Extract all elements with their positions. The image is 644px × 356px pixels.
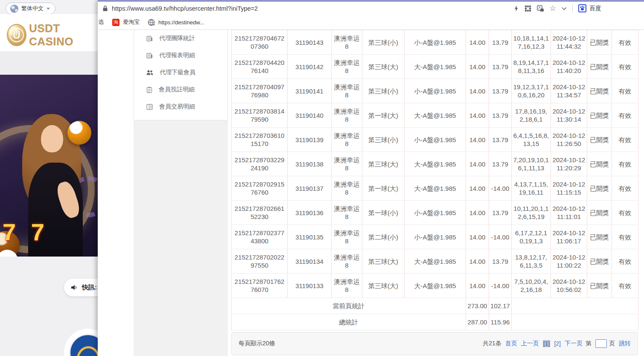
cell-game: 澳洲幸运8 (332, 128, 362, 152)
page-1-current[interactable]: [1] (543, 340, 551, 347)
cell-order-id: 2152172870291576760 (232, 176, 288, 201)
sidebar-item-label: 會員交易明細 (159, 103, 195, 111)
cell-amount: 14.00 (466, 55, 489, 79)
address-bar-url[interactable]: https://www.usa69.tv/hhcp/usercenter.htm… (112, 5, 258, 12)
address-bar: https://www.usa69.tv/hhcp/usercenter.htm… (98, 2, 644, 15)
cell-amount: 14.00 (466, 201, 489, 225)
flash-icon[interactable] (513, 5, 519, 12)
usercenter-page: 代理團隊統計 代理報表明細 (98, 30, 644, 356)
cell-time: 2024-10-12 11:00:22 (551, 249, 587, 274)
taobao-icon[interactable]: 淘 (112, 19, 119, 26)
summary-winloss: 115.96 (489, 314, 512, 330)
cell-validity: 有效 (612, 249, 638, 274)
table-row: 215217287040977698031190141澳洲幸运8第三球(小)小-… (232, 79, 638, 103)
cell-status: 已開獎 (587, 103, 612, 128)
cell-order-id: 2152172870202297550 (232, 249, 288, 274)
sidebar-item-agent-report-detail[interactable]: 代理報表明細 (134, 47, 227, 64)
cell-win-loss: 13.79 (489, 249, 512, 274)
summary-amount: 287.00 (466, 314, 489, 330)
sidebar-item-agent-sub-members[interactable]: 代理下級會員 (134, 64, 227, 81)
list-icon (146, 104, 153, 110)
cell-validity: 有效 (612, 128, 638, 152)
table-row: 215217287017627607031190133澳洲幸运8第三球(大)大-… (232, 274, 638, 298)
news-label: 快訊: (82, 283, 97, 292)
cell-validity: 有效 (612, 201, 638, 225)
cell-amount: 14.00 (466, 249, 489, 274)
cell-draw-numbers: 6,17,2,12,10,19,1,3 (512, 225, 551, 249)
cell-time: 2024-10-12 11:06:17 (551, 225, 587, 249)
cell-draw-numbers: 4,13,7,1,15,19,16,11 (512, 176, 551, 201)
language-selector[interactable]: 繁体中文 (6, 3, 55, 15)
page-jump-input[interactable] (595, 339, 607, 348)
cell-play-type: 第三球(大) (362, 55, 405, 79)
sidebar-item-member-transaction-detail[interactable]: 會員交易明細 (134, 98, 227, 115)
cell-order-id: 2152172870467207360 (232, 30, 288, 55)
cell-amount: 14.00 (466, 225, 489, 249)
cell-win-loss: 13.79 (489, 30, 512, 55)
cell-time: 2024-10-12 11:20:29 (551, 152, 587, 176)
cell-win-loss: 13.79 (489, 128, 512, 152)
cell-amount: 14.00 (466, 152, 489, 176)
next-page-link[interactable]: 下一页 (565, 340, 583, 347)
cell-play-type: 第一球(大) (362, 103, 405, 128)
casino-site-background: 繁体中文 U USDT CASINO 15 7 7 (0, 0, 98, 356)
slot-sevens-graphic: 7 7 (3, 218, 49, 246)
cell-period: 31190133 (288, 274, 332, 298)
usdt-casino-logo-icon: U (7, 24, 26, 46)
jump-button[interactable]: 跳转 (619, 340, 631, 347)
cell-order-id: 2152172870322924190 (232, 152, 288, 176)
cell-play-type: 第三球(小) (362, 30, 405, 55)
pagination-controls: 共21条 首页 上一页 [1] [2] 下一页 第 页 跳转 (483, 339, 631, 348)
cell-status: 已開獎 (587, 225, 612, 249)
cell-amount: 14.00 (466, 30, 489, 55)
casino-logo-band: U USDT CASINO (0, 14, 98, 51)
translate-icon[interactable] (537, 5, 544, 12)
cell-period: 31190136 (288, 201, 332, 225)
cell-order-id: 2152172870361015170 (232, 128, 288, 152)
cell-time: 2024-10-12 11:11:01 (551, 201, 587, 225)
first-page-link[interactable]: 首页 (505, 340, 517, 347)
address-bar-actions: ☆ 百度 (513, 2, 601, 15)
cell-game: 澳洲幸运8 (332, 55, 362, 79)
summary-empty (512, 298, 638, 314)
cell-period: 31190142 (288, 55, 332, 79)
cell-bet-content: 小-A盤@1.985 (405, 30, 466, 55)
summary-winloss: 102.17 (489, 298, 512, 314)
cell-order-id: 2152172870266152230 (232, 201, 288, 225)
prev-page-link[interactable]: 上一页 (521, 340, 539, 347)
news-ticker-pill[interactable]: 快訊: (64, 279, 98, 296)
cell-bet-content: 大-A盤@1.985 (405, 103, 466, 128)
toolbar-separator (572, 5, 573, 12)
summary-amount: 273.00 (466, 298, 489, 314)
logo-letter: U (9, 28, 24, 42)
cell-validity: 有效 (612, 30, 638, 55)
globe-bookmark-icon[interactable] (148, 19, 155, 26)
bookmark-item-link[interactable]: https://destinedw... (158, 19, 204, 26)
table-row: 215217287038147959031190140澳洲幸运8第一球(大)大-… (232, 103, 638, 128)
sidebar-item-member-bet-detail[interactable]: 會員投註明細 (134, 81, 227, 98)
cell-amount: 14.00 (466, 103, 489, 128)
cell-amount: 14.00 (466, 79, 489, 103)
table-row: 215217287020229755031190134澳洲幸运8第三球(大)大-… (232, 249, 638, 274)
bookmarks-bar: 选 淘 爱淘宝 https://destinedw... (98, 15, 644, 30)
bookmark-star-icon[interactable]: ☆ (550, 4, 556, 13)
cell-draw-numbers: 19,12,3,17,10,6,16,20 (512, 79, 551, 103)
bookmark-item-partial[interactable]: 选 (98, 18, 104, 26)
cell-status: 已開獎 (587, 152, 612, 176)
chevron-down-icon[interactable] (562, 7, 567, 10)
baidu-icon[interactable] (578, 4, 586, 12)
bet-records-table-wrap: 215217287046720736031190143澳洲幸运8第三球(小)小-… (231, 30, 639, 330)
cell-bet-content: 小-A盤@1.985 (405, 79, 466, 103)
sidebar-item-label: 代理團隊統計 (159, 35, 195, 42)
table-row: 215217287036101517031190139澳洲幸运8第三球(小)小-… (232, 128, 638, 152)
cell-status: 已開獎 (587, 128, 612, 152)
total-count-label: 共21条 (483, 340, 501, 347)
cell-period: 31190138 (288, 152, 332, 176)
bookmark-item-taobao[interactable]: 爱淘宝 (123, 18, 140, 26)
page-2-link[interactable]: [2] (554, 340, 561, 347)
sidebar-item-agent-team-stats[interactable]: 代理團隊統計 (134, 30, 227, 47)
cell-status: 已開獎 (587, 30, 612, 55)
baidu-label[interactable]: 百度 (589, 5, 601, 12)
cell-play-type: 第三球(大) (362, 152, 405, 176)
grid-extension-icon[interactable] (525, 5, 531, 12)
